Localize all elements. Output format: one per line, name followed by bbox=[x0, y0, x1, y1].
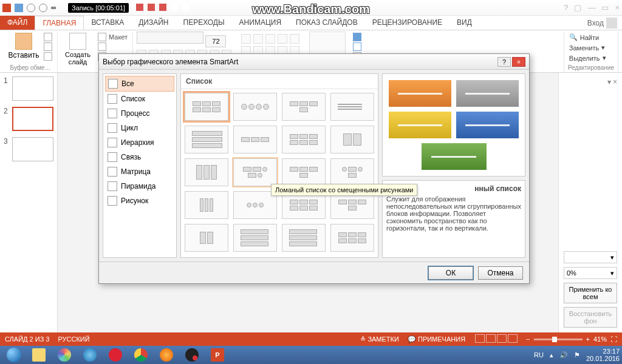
preview-tile bbox=[389, 112, 451, 138]
category-pyramid-icon bbox=[108, 181, 117, 191]
preview-pane: нный список Служит для отображения непос… bbox=[382, 73, 525, 258]
gallery-item[interactable] bbox=[233, 93, 277, 121]
gallery-item[interactable] bbox=[282, 126, 326, 153]
category-cycle[interactable]: Цикл bbox=[105, 121, 174, 135]
gallery-item[interactable] bbox=[282, 93, 326, 121]
gallery-item[interactable] bbox=[330, 158, 374, 186]
preview-tile bbox=[456, 112, 519, 138]
category-hierarchy-icon bbox=[108, 138, 117, 147]
dialog-close-icon[interactable]: × bbox=[512, 57, 525, 67]
preview-image bbox=[382, 73, 525, 177]
gallery-header: Список bbox=[181, 74, 378, 89]
category-matrix[interactable]: Матрица bbox=[105, 164, 174, 179]
dialog-titlebar: Выбор графического элемента SmartArt ? × bbox=[99, 54, 529, 70]
dialog-title: Выбор графического элемента SmartArt bbox=[103, 58, 238, 66]
category-list-icon bbox=[108, 94, 117, 104]
gallery-item[interactable] bbox=[185, 126, 228, 153]
gallery-item[interactable] bbox=[330, 126, 374, 153]
dialog-buttons: ОК Отмена bbox=[99, 261, 529, 283]
category-hierarchy[interactable]: Иерархия bbox=[105, 135, 174, 150]
category-pyramid[interactable]: Пирамида bbox=[105, 179, 174, 194]
preview-tile bbox=[422, 143, 487, 170]
category-relationship-icon bbox=[108, 152, 117, 162]
preview-tile bbox=[456, 80, 519, 107]
category-list[interactable]: Список bbox=[105, 92, 174, 106]
cancel-button[interactable]: Отмена bbox=[478, 266, 523, 280]
gallery-item[interactable] bbox=[233, 158, 277, 186]
category-process[interactable]: Процесс bbox=[105, 106, 174, 121]
ok-button[interactable]: ОК bbox=[428, 266, 473, 280]
smartart-gallery: Список bbox=[180, 73, 378, 258]
category-cycle-icon bbox=[108, 123, 117, 133]
gallery-item[interactable] bbox=[282, 158, 326, 186]
gallery-item[interactable] bbox=[330, 224, 374, 252]
gallery-grid bbox=[181, 89, 378, 257]
category-process-icon bbox=[108, 109, 117, 118]
gallery-item[interactable] bbox=[330, 93, 374, 121]
gallery-item[interactable] bbox=[185, 191, 228, 219]
category-list: Все Список Процесс Цикл Иерархия Связь М… bbox=[103, 73, 177, 258]
category-relationship[interactable]: Связь bbox=[105, 150, 174, 164]
gallery-item[interactable] bbox=[233, 224, 277, 252]
gallery-item[interactable] bbox=[185, 224, 228, 252]
modal-overlay: Выбор графического элемента SmartArt ? ×… bbox=[0, 0, 622, 364]
dialog-help-icon[interactable]: ? bbox=[497, 57, 511, 67]
category-picture-icon bbox=[108, 196, 117, 206]
category-all-icon bbox=[108, 79, 118, 89]
gallery-tooltip: Ломаный список со смещенными рисунками bbox=[271, 184, 417, 196]
preview-tile bbox=[389, 80, 451, 107]
gallery-item[interactable] bbox=[185, 93, 228, 121]
gallery-item[interactable] bbox=[233, 126, 277, 153]
category-matrix-icon bbox=[108, 167, 117, 177]
gallery-item[interactable] bbox=[185, 158, 228, 186]
category-picture[interactable]: Рисунок bbox=[105, 194, 174, 208]
smartart-dialog: Выбор графического элемента SmartArt ? ×… bbox=[98, 53, 530, 284]
category-all[interactable]: Все bbox=[105, 76, 174, 92]
gallery-item[interactable] bbox=[282, 224, 326, 252]
